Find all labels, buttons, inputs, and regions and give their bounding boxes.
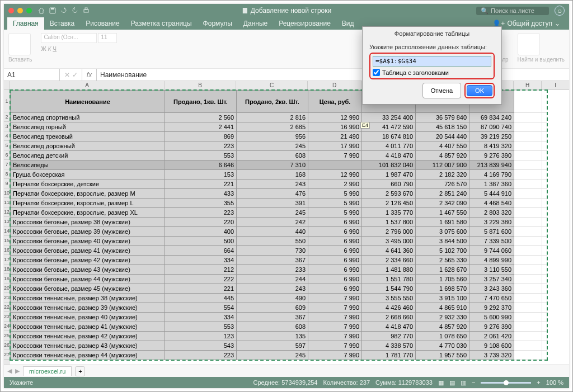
cell[interactable]: 9 292 370	[469, 303, 514, 313]
cancel-button[interactable]: Отмена	[422, 83, 461, 98]
row-header[interactable]: 3	[4, 122, 10, 131]
cell[interactable]: Кроссовки беговые, размер 40 (мужские)	[11, 237, 165, 246]
print-icon[interactable]	[82, 7, 90, 15]
cell[interactable]: 726 570	[416, 180, 469, 189]
cell[interactable]: 6 990	[308, 237, 362, 246]
col-header-B[interactable]: B	[165, 81, 236, 89]
cell[interactable]: 243	[237, 284, 308, 294]
row-header[interactable]: 2	[4, 112, 10, 122]
window-zoom-button[interactable]	[26, 8, 32, 13]
cell[interactable]: 2 182 320	[416, 170, 469, 180]
view-layout-icon[interactable]: ▤	[449, 379, 455, 386]
cell[interactable]: Кроссовки теннисные, размер 41 (мужские)	[11, 322, 165, 332]
cell[interactable]: 223	[165, 351, 237, 360]
cell[interactable]: 7 990	[308, 351, 362, 360]
cell[interactable]: 4 407 550	[416, 141, 469, 151]
row-header[interactable]: 6	[4, 150, 10, 160]
cell[interactable]: 3 243 360	[469, 284, 514, 294]
cell[interactable]: 1 335 770	[362, 208, 416, 218]
cell[interactable]: 7 990	[308, 294, 362, 303]
cell[interactable]: Велосипед дорожный	[11, 141, 165, 151]
sheet-search[interactable]: 🔍 Поиск на листе	[476, 7, 549, 15]
cell[interactable]: 334	[165, 313, 237, 322]
cell[interactable]: Кроссовки беговые, размер 41 (мужские)	[11, 246, 165, 256]
cell[interactable]	[542, 199, 547, 208]
cell[interactable]: 21 490	[308, 132, 362, 141]
cell[interactable]: 2 342 090	[416, 199, 469, 208]
cell[interactable]: 33 254 400	[362, 113, 416, 122]
cell[interactable]	[514, 351, 542, 360]
cell[interactable]: 220	[165, 218, 237, 227]
cell[interactable]: 221	[165, 180, 237, 189]
data-table[interactable]: НаименованиеПродано, 1кв. Шт.Продано, 2к…	[10, 90, 547, 360]
cell[interactable]: 135	[237, 332, 308, 341]
cell[interactable]: 6 990	[308, 227, 362, 237]
fx-button[interactable]: fx	[82, 69, 97, 81]
cell[interactable]: 6 646	[165, 160, 237, 170]
zoom-in-button[interactable]: +	[537, 379, 540, 386]
cell[interactable]: 4 899 990	[469, 256, 514, 265]
cell[interactable]: 4 169 790	[469, 170, 514, 180]
cell[interactable]: Кроссовки беговые, размер 43 (мужские)	[11, 265, 165, 275]
cell[interactable]	[542, 351, 547, 360]
cell[interactable]: 5 102 700	[416, 246, 469, 256]
cell[interactable]: 609	[237, 303, 308, 313]
ribbon-tab-Вставка[interactable]: Вставка	[44, 17, 81, 30]
cell[interactable]: 2 061 420	[469, 332, 514, 341]
cell[interactable]	[514, 237, 542, 246]
cell[interactable]: 4 857 920	[416, 151, 469, 160]
cell[interactable]: 5 600 990	[469, 313, 514, 322]
cell[interactable]	[514, 341, 542, 351]
row-header[interactable]: 14	[4, 226, 10, 236]
row-header[interactable]: 17	[4, 255, 10, 265]
font-size-select[interactable]: 11	[98, 33, 117, 43]
cell[interactable]	[308, 160, 362, 170]
cell[interactable]: 554	[165, 303, 237, 313]
headers-checkbox[interactable]	[373, 69, 380, 76]
cell[interactable]: 1 467 550	[416, 208, 469, 218]
cell[interactable]: 7 470 650	[469, 294, 514, 303]
undo-icon[interactable]	[60, 7, 68, 15]
col-header-D[interactable]: D	[308, 81, 361, 89]
underline-button[interactable]: Ч	[53, 46, 57, 52]
header-cell[interactable]: Продано, 1кв. Шт.	[165, 91, 237, 113]
cell[interactable]	[542, 189, 547, 199]
cell[interactable]: Велосипед горный	[11, 122, 165, 132]
cell[interactable]: Велосипед трековый	[11, 132, 165, 141]
cell[interactable]: 2 560	[165, 113, 237, 122]
cell[interactable]: 1 537 800	[362, 218, 416, 227]
header-cell[interactable]: Цена, руб.	[308, 91, 362, 113]
cell[interactable]: 1 957 550	[416, 351, 469, 360]
cell[interactable]: Кроссовки теннисные, размер 44 (мужские)	[11, 351, 165, 360]
italic-button[interactable]: К	[48, 46, 51, 52]
cell[interactable]: 69 834 240	[469, 113, 514, 122]
cell[interactable]: 7 990	[308, 303, 362, 313]
ribbon-tab-Разметка страницы[interactable]: Разметка страницы	[125, 17, 198, 30]
cell[interactable]: 355	[165, 199, 237, 208]
cell[interactable]	[542, 141, 547, 151]
window-close-button[interactable]	[8, 8, 14, 13]
row-header[interactable]: 16	[4, 245, 10, 255]
cell[interactable]: 7 310	[237, 160, 308, 170]
cell[interactable]: Перчатки боксерские, взрослые, размер M	[11, 189, 165, 199]
row-header[interactable]: 26	[4, 341, 10, 350]
cell[interactable]: 6 990	[308, 275, 362, 284]
cell[interactable]: 3 555 550	[362, 294, 416, 303]
ribbon-tab-Данные[interactable]: Данные	[238, 17, 273, 30]
cell[interactable]	[542, 122, 547, 132]
cell[interactable]: 6 990	[308, 284, 362, 294]
cell[interactable]: 4 338 570	[362, 341, 416, 351]
redo-icon[interactable]	[71, 7, 79, 15]
cell[interactable]: 1 698 570	[416, 284, 469, 294]
cell[interactable]: 7 990	[308, 332, 362, 341]
cell[interactable]: Кроссовки теннисные, размер 40 (мужские)	[11, 313, 165, 322]
cell[interactable]: 4 865 910	[416, 303, 469, 313]
cell[interactable]: 7 990	[308, 341, 362, 351]
cell[interactable]	[542, 275, 547, 284]
cell[interactable]	[542, 303, 547, 313]
cell[interactable]	[514, 180, 542, 189]
cell[interactable]: 982 770	[362, 332, 416, 341]
col-header-C[interactable]: C	[236, 81, 308, 89]
cell[interactable]	[514, 246, 542, 256]
cell[interactable]	[514, 265, 542, 275]
